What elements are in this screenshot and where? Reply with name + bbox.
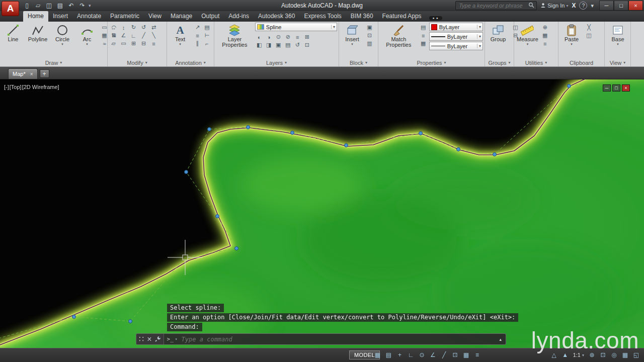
qat-icon[interactable]: ▤ bbox=[55, 2, 65, 10]
status-toggle-icon[interactable]: ▤ bbox=[383, 350, 394, 359]
line-button[interactable]: Line bbox=[2, 23, 25, 59]
maximize-button[interactable]: □ bbox=[614, 1, 628, 11]
command-prompt[interactable]: >_ ▾ bbox=[164, 336, 181, 342]
command-customize-icon[interactable] bbox=[155, 335, 161, 344]
lineweight-select[interactable]: ByLayer bbox=[429, 32, 483, 41]
tray-toggle-icon[interactable]: ⊡ bbox=[598, 350, 608, 359]
panel-label-layers[interactable]: Layers bbox=[214, 59, 339, 66]
autocad-app-button[interactable]: A bbox=[2, 1, 19, 16]
annotation-tool-icon[interactable]: ▤ bbox=[203, 24, 211, 31]
text-button[interactable]: A Text bbox=[169, 23, 192, 59]
tab-output[interactable]: Output bbox=[197, 11, 224, 22]
tab-manage[interactable]: Manage bbox=[166, 11, 197, 22]
panel-label-modify[interactable]: Modify bbox=[108, 59, 167, 66]
status-toggle-icon[interactable]: ▦ bbox=[461, 350, 471, 359]
document-tab-close-icon[interactable]: × bbox=[30, 71, 33, 77]
help-caret-icon[interactable]: ▾ bbox=[591, 3, 594, 9]
layer-tool-icon[interactable]: ≡ bbox=[293, 33, 302, 41]
annotation-tool-icon[interactable]: ↗ bbox=[193, 24, 202, 31]
status-toggle-icon[interactable]: ∠ bbox=[428, 350, 438, 359]
modify-tool-icon[interactable]: ⇅ bbox=[109, 32, 118, 39]
modify-tool-icon[interactable]: ∠ bbox=[119, 32, 128, 39]
measure-button[interactable]: Measure bbox=[516, 23, 539, 59]
annotation-toggle-icon[interactable]: ▲ bbox=[560, 350, 571, 359]
utilities-tool-icon[interactable]: ≡ bbox=[541, 40, 549, 47]
minimize-button[interactable]: ─ bbox=[599, 1, 614, 11]
block-tool-icon[interactable]: ▥ bbox=[365, 40, 374, 47]
layer-tool-icon[interactable]: ▤ bbox=[284, 41, 292, 49]
tray-toggle-icon[interactable]: ⊛ bbox=[587, 350, 597, 359]
paste-button[interactable]: Paste bbox=[560, 23, 583, 59]
modify-tool-icon[interactable]: ≡ bbox=[149, 40, 158, 47]
modify-tool-icon[interactable]: ↻ bbox=[129, 24, 138, 31]
command-input[interactable] bbox=[181, 335, 496, 343]
block-tool-icon[interactable]: ⊡ bbox=[365, 32, 374, 39]
tab-home[interactable]: Home bbox=[23, 11, 48, 22]
exchange-apps-icon[interactable]: X bbox=[572, 2, 576, 9]
layer-tool-icon[interactable]: ◧ bbox=[255, 41, 264, 49]
properties-tool-icon[interactable]: ▤ bbox=[419, 24, 428, 31]
help-icon[interactable]: ? bbox=[579, 2, 587, 10]
properties-tool-icon[interactable]: ≡ bbox=[419, 32, 428, 39]
properties-tool-icon[interactable]: ▦ bbox=[419, 40, 428, 47]
qat-icon[interactable]: ▯ bbox=[22, 2, 32, 10]
layer-tool-icon[interactable]: ⊙ bbox=[274, 33, 283, 41]
polyline-button[interactable]: Polyline bbox=[26, 23, 49, 59]
modify-tool-icon[interactable]: ⊟ bbox=[139, 40, 148, 47]
layer-tool-icon[interactable]: ◐ bbox=[255, 33, 264, 41]
utilities-tool-icon[interactable]: ▦ bbox=[541, 32, 549, 39]
panel-label-clipboard[interactable]: Clipboard bbox=[558, 59, 604, 66]
modify-tool-icon[interactable]: ∟ bbox=[129, 32, 138, 39]
layer-tool-icon[interactable]: ▣ bbox=[274, 41, 283, 49]
tab-express-tools[interactable]: Express Tools bbox=[299, 11, 346, 22]
tab-view[interactable]: View bbox=[144, 11, 166, 22]
layer-select[interactable]: Spline bbox=[255, 23, 337, 31]
annotation-tool-icon[interactable]: ⊢ bbox=[203, 32, 211, 39]
search-input[interactable] bbox=[458, 2, 526, 9]
annotation-scale-button[interactable]: 1:1 ▾ bbox=[571, 352, 586, 358]
tab-autodesk-360[interactable]: Autodesk 360 bbox=[254, 11, 299, 22]
panel-label-groups[interactable]: Groups bbox=[485, 59, 514, 66]
clipboard-tool-icon[interactable]: ◫ bbox=[585, 32, 593, 39]
modify-tool-icon[interactable]: ↺ bbox=[139, 24, 148, 31]
annotation-toggle-icon[interactable]: △ bbox=[549, 350, 559, 359]
tab-insert[interactable]: Insert bbox=[48, 11, 72, 22]
layer-tool-icon[interactable]: ↺ bbox=[293, 41, 302, 49]
panel-label-view[interactable]: View bbox=[605, 59, 630, 66]
modify-tool-icon[interactable]: ╲ bbox=[149, 32, 158, 39]
layer-properties-button[interactable]: Layer Properties bbox=[216, 23, 254, 59]
modify-tool-icon[interactable]: ⇄ bbox=[149, 24, 158, 31]
status-toggle-icon[interactable]: ∟ bbox=[406, 350, 416, 359]
tray-toggle-icon[interactable]: ◱ bbox=[631, 350, 641, 359]
insert-button[interactable]: Insert bbox=[341, 23, 364, 59]
new-tab-button[interactable]: + bbox=[40, 69, 49, 78]
qat-icon[interactable]: ▱ bbox=[33, 2, 43, 10]
linetype-select[interactable]: ByLayer bbox=[429, 42, 483, 50]
layer-tool-icon[interactable]: ⊡ bbox=[303, 41, 311, 49]
base-button[interactable]: Base bbox=[606, 23, 629, 59]
modify-tool-icon[interactable]: ▱ bbox=[109, 40, 118, 47]
modify-tool-icon[interactable]: ╱ bbox=[139, 32, 148, 39]
panel-label-utilities[interactable]: Utilities bbox=[514, 59, 558, 66]
annotation-tool-icon[interactable]: ⌐ bbox=[203, 40, 211, 47]
qat-icon[interactable]: ◫ bbox=[44, 2, 54, 10]
status-toggle-icon[interactable]: ▦ bbox=[372, 350, 383, 359]
document-tab-map[interactable]: Map* × bbox=[8, 68, 38, 79]
clipboard-tool-icon[interactable]: ╳ bbox=[585, 24, 593, 31]
drawing-restore-button[interactable]: □ bbox=[612, 84, 620, 92]
sign-in-button[interactable]: Sign In ▾ bbox=[540, 3, 568, 9]
block-tool-icon[interactable]: ▣ bbox=[365, 24, 374, 31]
status-toggle-icon[interactable]: ⊙ bbox=[417, 350, 427, 359]
qat-menu-caret-icon[interactable]: ▾ bbox=[87, 3, 93, 8]
viewport-menu-control[interactable]: [-] bbox=[4, 84, 9, 90]
command-grip-icon[interactable]: ∷ bbox=[139, 334, 144, 344]
object-color-select[interactable]: ByLayer bbox=[429, 23, 483, 31]
tab-add-ins[interactable]: Add-ins bbox=[224, 11, 254, 22]
modify-tool-icon[interactable]: ↔ bbox=[109, 24, 118, 31]
drawing-viewport[interactable]: [-] [Top] [2D Wireframe] ─ □ × Select sp… bbox=[0, 79, 644, 348]
qat-icon[interactable]: ↷ bbox=[77, 2, 87, 10]
modify-tool-icon[interactable]: ▭ bbox=[119, 40, 128, 47]
panel-label-properties[interactable]: Properties bbox=[378, 59, 485, 66]
layer-tool-icon[interactable]: ◨ bbox=[265, 41, 273, 49]
match-properties-button[interactable]: Match Properties bbox=[380, 23, 418, 59]
